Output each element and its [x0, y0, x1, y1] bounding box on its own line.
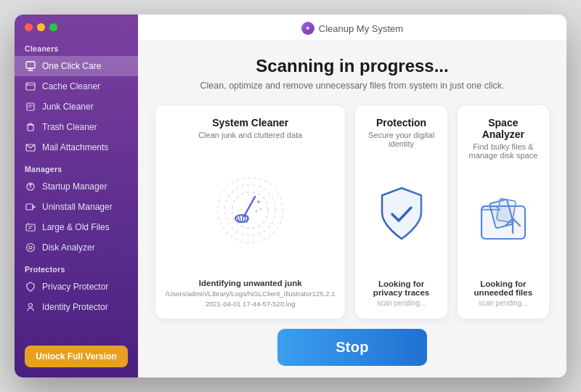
protection-card: Protection Secure your digital identity …	[355, 105, 447, 319]
space-analyzer-status: Looking for unneeded files	[468, 279, 539, 297]
system-cleaner-status: Identifying unwanted junk	[199, 279, 302, 287]
minimize-button[interactable]	[37, 23, 45, 31]
sidebar-bottom: Unlock Full Version	[15, 335, 138, 377]
svg-rect-0	[26, 62, 35, 68]
sidebar-item-large-old-files[interactable]: Large & Old Files	[15, 217, 138, 237]
space-analyzer-subtext: scan pending...	[479, 298, 528, 309]
junk-icon	[25, 101, 36, 113]
protection-title: Protection	[376, 117, 426, 128]
unlock-full-version-button[interactable]: Unlock Full Version	[25, 346, 128, 367]
cache-icon	[25, 81, 36, 92]
svg-point-34	[257, 200, 260, 203]
svg-rect-18	[26, 224, 35, 231]
protection-illustration	[365, 155, 436, 274]
sidebar-item-disk-analyzer[interactable]: Disk Analyzer	[15, 237, 138, 258]
sidebar-item-mail-attachments[interactable]: Mail Attachments	[15, 137, 138, 158]
sidebar-item-privacy-protector[interactable]: Privacy Protector	[15, 277, 138, 297]
app-icon: ✦	[301, 22, 314, 35]
svg-line-32	[245, 216, 245, 223]
stop-button[interactable]: Stop	[277, 329, 427, 366]
cards-row: System Cleaner Clean junk and cluttered …	[155, 105, 549, 319]
sidebar-item-one-click-care[interactable]: One Click Care	[15, 56, 138, 76]
scan-subtitle: Clean, optimize and remove unnecessary f…	[200, 81, 505, 91]
main-body: Scanning in progress... Clean, optimize …	[138, 41, 566, 377]
uninstall-icon	[25, 201, 36, 213]
stop-button-wrap: Stop	[277, 329, 427, 366]
svg-point-36	[255, 211, 257, 213]
identity-icon	[25, 301, 36, 313]
svg-point-22	[27, 244, 35, 252]
space-analyzer-card: Space Analyzer Find bulky files & manage…	[458, 105, 549, 319]
protection-subtext: scan pending...	[377, 298, 426, 309]
trash-icon	[25, 121, 36, 133]
system-cleaner-title: System Cleaner	[212, 117, 288, 128]
folder-svg	[471, 188, 536, 253]
protection-status: Looking for privacy traces	[365, 279, 436, 297]
disk-icon	[25, 242, 36, 253]
large-files-icon	[25, 221, 36, 233]
sidebar-item-uninstall-manager[interactable]: Uninstall Manager	[15, 197, 138, 217]
system-cleaner-illustration	[166, 147, 335, 273]
monitor-icon	[25, 60, 36, 72]
svg-point-35	[259, 208, 261, 211]
svg-rect-9	[28, 125, 33, 131]
space-analyzer-illustration	[468, 167, 539, 274]
maximize-button[interactable]	[49, 23, 57, 31]
system-cleaner-subtext: /Users/admin/Library/Logs/NGLClient_Illu…	[166, 289, 335, 309]
scan-title: Scanning in progress...	[256, 56, 448, 76]
app-window: Cleaners One Click Care Cache Cleaner Ju…	[15, 15, 566, 377]
broom-illustration	[233, 191, 268, 229]
main-header: ✦ Cleanup My System	[138, 15, 566, 41]
sidebar-item-trash-cleaner[interactable]: Trash Cleaner	[15, 117, 138, 137]
sidebar: Cleaners One Click Care Cache Cleaner Ju…	[15, 15, 138, 377]
startup-icon	[25, 181, 36, 192]
shield-svg	[369, 182, 434, 248]
svg-rect-3	[26, 83, 35, 90]
section-managers: Managers	[15, 158, 138, 176]
system-cleaner-desc: Clean junk and cluttered data	[198, 131, 302, 139]
system-cleaner-card: System Cleaner Clean junk and cluttered …	[155, 105, 345, 319]
sidebar-item-cache-cleaner[interactable]: Cache Cleaner	[15, 76, 138, 97]
svg-point-23	[29, 246, 32, 249]
svg-rect-17	[26, 204, 33, 210]
svg-line-33	[247, 216, 248, 222]
protection-desc: Secure your digital identity	[365, 131, 436, 148]
privacy-icon	[25, 281, 36, 293]
header-title: Cleanup My System	[319, 23, 403, 34]
section-protectors: Protectors	[15, 258, 138, 277]
mail-icon	[25, 142, 36, 153]
space-analyzer-desc: Find bulky files & manage disk space	[468, 142, 539, 160]
main-content: ✦ Cleanup My System Scanning in progress…	[138, 15, 566, 377]
traffic-lights	[15, 15, 138, 37]
close-button[interactable]	[25, 23, 33, 31]
svg-point-5	[28, 83, 28, 84]
svg-line-27	[244, 197, 255, 216]
svg-line-30	[240, 216, 240, 223]
sidebar-item-junk-cleaner[interactable]: Junk Cleaner	[15, 97, 138, 117]
sidebar-item-identity-protector[interactable]: Identity Protector	[15, 297, 138, 317]
section-cleaners: Cleaners	[15, 37, 138, 56]
sidebar-item-startup-manager[interactable]: Startup Manager	[15, 176, 138, 197]
space-analyzer-title: Space Analyzer	[468, 117, 539, 140]
